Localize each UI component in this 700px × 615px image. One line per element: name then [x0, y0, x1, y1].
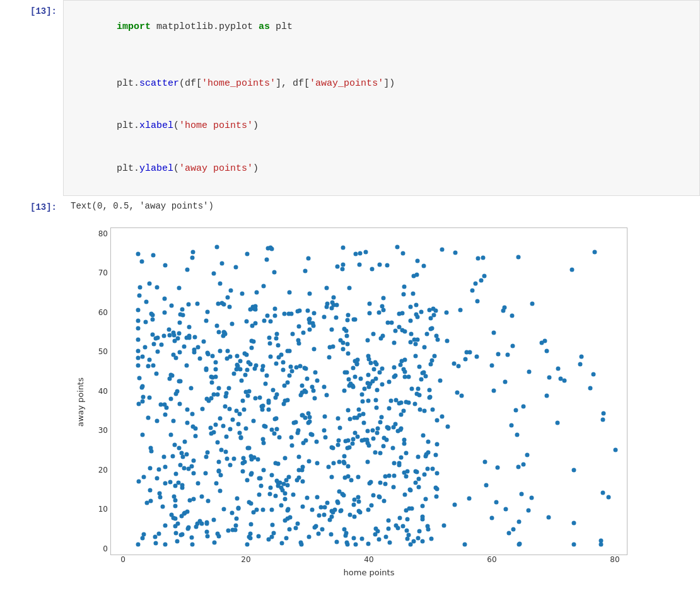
scatter-dot [601, 411, 605, 416]
scatter-dot [234, 524, 238, 528]
scatter-dot [136, 326, 141, 331]
scatter-dot [281, 368, 286, 372]
scatter-dot [556, 366, 560, 371]
scatter-dot [484, 483, 489, 488]
scatter-dot [416, 386, 420, 391]
scatter-dot [435, 442, 440, 447]
scatter-dot [387, 540, 392, 544]
scatter-dot [228, 289, 233, 293]
scatter-dot [491, 388, 496, 393]
scatter-dot [365, 459, 370, 464]
scatter-dot [341, 493, 346, 498]
scatter-dot [354, 542, 358, 546]
scatter-dot [373, 526, 378, 531]
scatter-dot [141, 355, 145, 359]
scatter-dot [378, 420, 382, 425]
scatter-dot [435, 471, 439, 476]
scatter-dot [274, 493, 278, 498]
scatter-dot [224, 435, 228, 439]
scatter-dot [297, 324, 301, 328]
scatter-dot [148, 499, 153, 503]
scatter-dot [308, 419, 312, 423]
str-away-label: 'away points' [179, 163, 253, 174]
scatter-dot [283, 497, 288, 502]
scatter-dot [172, 333, 176, 337]
scatter-dot [517, 542, 522, 546]
scatter-dot [435, 418, 439, 423]
scatter-dot [296, 468, 301, 472]
scatter-dot [151, 253, 155, 257]
scatter-dot [296, 309, 300, 314]
scatter-dot [277, 435, 282, 439]
scatter-dot [137, 293, 142, 297]
scatter-dot [269, 355, 273, 359]
scatter-dot [301, 440, 305, 445]
scatter-dot [192, 350, 196, 355]
scatter-dot [209, 431, 214, 435]
scatter-dot [257, 492, 262, 497]
scatter-dot [162, 455, 166, 459]
scatter-dot [218, 489, 222, 493]
scatter-dot [163, 481, 168, 485]
scatter-dot [241, 456, 245, 461]
scatter-dot [144, 300, 149, 304]
scatter-dot [423, 345, 427, 349]
scatter-dot [227, 407, 231, 411]
scatter-dot [417, 365, 421, 369]
scatter-dot [147, 396, 151, 400]
scatter-dot [345, 542, 349, 546]
scatter-dot [352, 415, 356, 420]
scatter-dot [322, 428, 326, 433]
scatter-dot [424, 452, 428, 457]
scatter-dot [245, 251, 249, 256]
scatter-dot [288, 290, 292, 294]
scatter-dot [313, 371, 318, 375]
scatter-dot [378, 480, 382, 485]
scatter-dot [422, 263, 426, 268]
scatter-dot [331, 461, 335, 466]
scatter-dot [392, 365, 396, 370]
scatter-dot [296, 338, 301, 343]
scatter-dot [308, 291, 312, 296]
scatter-dot [200, 495, 204, 499]
scatter-dot [247, 360, 251, 365]
scatter-dot [173, 392, 178, 396]
scatter-dot [329, 474, 334, 479]
scatter-dot [424, 331, 429, 336]
scatter-dot [156, 531, 161, 536]
scatter-dot [356, 495, 360, 500]
scatter-dot [215, 324, 219, 328]
scatter-dot [392, 375, 396, 379]
scatter-dot [475, 299, 479, 303]
scatter-dot [288, 349, 292, 353]
scatter-dot [455, 390, 459, 394]
scatter-dot [257, 476, 261, 480]
scatter-dot [467, 496, 471, 500]
scatter-dot [177, 446, 182, 451]
scatter-dot [265, 373, 269, 377]
scatter-dot [571, 468, 576, 472]
scatter-dot [613, 447, 617, 452]
y-tick: 50 [89, 345, 108, 358]
scatter-dot [300, 413, 305, 417]
scatter-dot [300, 542, 304, 546]
scatter-dot [292, 421, 296, 425]
scatter-dot [481, 256, 486, 260]
scatter-dot [544, 348, 549, 353]
scatter-dot [244, 389, 248, 394]
scatter-dot [510, 423, 514, 427]
scatter-dot [217, 460, 221, 464]
scatter-dot [148, 466, 153, 471]
scatter-dot [375, 406, 379, 410]
scatter-dot [275, 478, 279, 483]
scatter-dot [172, 515, 176, 520]
scatter-dot [242, 407, 247, 411]
scatter-dot [216, 392, 220, 396]
scatter-dot [427, 396, 431, 400]
scatter-dot [521, 463, 525, 467]
scatter-dot [304, 390, 308, 394]
y-tick: 70 [89, 267, 108, 279]
scatter-dot [243, 427, 248, 431]
scatter-dot [322, 513, 326, 517]
scatter-dot [399, 428, 403, 432]
